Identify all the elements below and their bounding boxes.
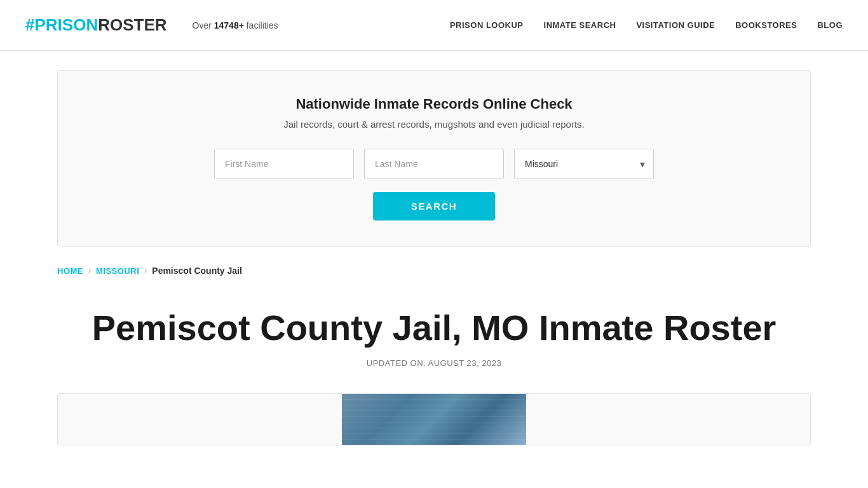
search-button[interactable]: SEARCH [373, 192, 495, 220]
breadcrumb: Home › Missouri › Pemiscot County Jail [0, 266, 868, 276]
search-section: Nationwide Inmate Records Online Check J… [57, 70, 811, 247]
facilities-prefix: Over [193, 20, 214, 30]
state-select-wrapper: Missouri Alabama Alaska Arizona Arkansas… [514, 149, 654, 179]
logo-roster: ROSTER [98, 15, 166, 35]
site-header: #PRISONROSTER Over 14748+ facilities PRI… [0, 0, 868, 51]
site-logo[interactable]: #PRISONROSTER [25, 15, 167, 35]
breadcrumb-state[interactable]: Missouri [96, 266, 139, 276]
facilities-number: 14748+ [214, 20, 244, 30]
search-form: Missouri Alabama Alaska Arizona Arkansas… [90, 149, 778, 179]
breadcrumb-home[interactable]: Home [57, 266, 83, 276]
updated-label: UPDATED ON: AUGUST 23, 2023 [57, 358, 811, 368]
breadcrumb-current: Pemiscot County Jail [152, 266, 242, 276]
breadcrumb-separator-2: › [144, 266, 147, 275]
nav-prison-lookup[interactable]: PRISON LOOKUP [450, 20, 524, 30]
main-title-section: Pemiscot County Jail, MO Inmate Roster U… [0, 282, 868, 381]
jail-image [342, 394, 526, 445]
logo-prison: PRISON [34, 15, 98, 35]
facilities-suffix: facilities [244, 20, 278, 30]
logo-hash: # [25, 15, 34, 35]
nav-bookstores[interactable]: BOOKSTORES [735, 20, 797, 30]
state-select[interactable]: Missouri Alabama Alaska Arizona Arkansas… [514, 149, 654, 179]
search-btn-row: SEARCH [90, 192, 778, 220]
nav-blog[interactable]: BLOG [817, 20, 843, 30]
main-nav: PRISON LOOKUP INMATE SEARCH VISITATION G… [450, 20, 843, 30]
nav-inmate-search[interactable]: INMATE SEARCH [544, 20, 616, 30]
page-title: Pemiscot County Jail, MO Inmate Roster [57, 308, 811, 348]
first-name-input[interactable] [214, 149, 354, 179]
bottom-card [57, 393, 811, 445]
nav-visitation-guide[interactable]: VISITATION GUIDE [636, 20, 715, 30]
last-name-input[interactable] [364, 149, 504, 179]
search-section-title: Nationwide Inmate Records Online Check [90, 96, 778, 112]
facilities-count: Over 14748+ facilities [193, 20, 278, 30]
search-section-description: Jail records, court & arrest records, mu… [90, 119, 778, 130]
breadcrumb-separator-1: › [88, 266, 91, 275]
